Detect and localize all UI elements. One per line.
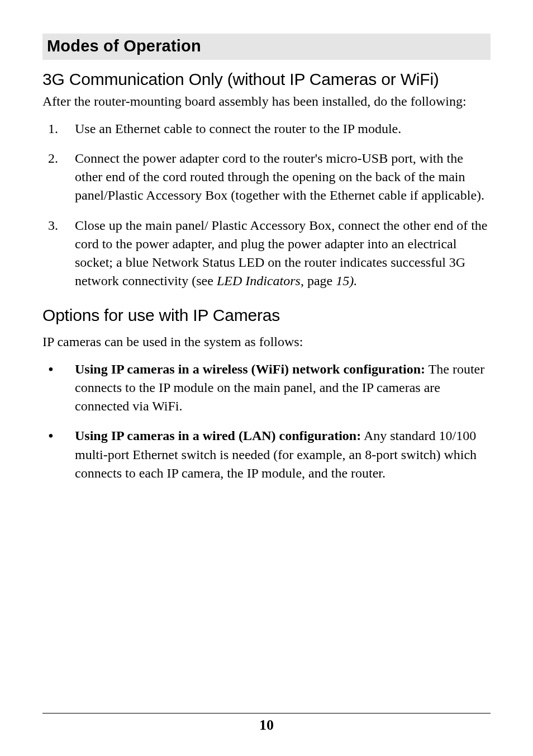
bullet-wifi-lead: Using IP cameras in a wireless (WiFi) ne…	[75, 362, 425, 376]
options-bullet-list: Using IP cameras in a wireless (WiFi) ne…	[42, 360, 491, 483]
step-3: Close up the main panel/ Plastic Accesso…	[42, 216, 491, 290]
bullet-lan-lead: Using IP cameras in a wired (LAN) config…	[75, 428, 361, 443]
step-2: Connect the power adapter cord to the ro…	[42, 149, 491, 205]
step-3-italic-2: 15).	[336, 273, 357, 288]
bullet-lan: Using IP cameras in a wired (LAN) config…	[42, 427, 491, 482]
section-heading-text: Modes of Operation	[47, 37, 201, 55]
subheading-3g: 3G Communication Only (without IP Camera…	[42, 70, 491, 89]
bullet-wifi: Using IP cameras in a wireless (WiFi) ne…	[42, 360, 491, 415]
numbered-steps-list: Use an Ethernet cable to connect the rou…	[42, 120, 491, 290]
subheading-options: Options for use with IP Cameras	[42, 306, 491, 325]
page-footer: 10	[42, 713, 491, 734]
page-number: 10	[259, 717, 274, 733]
step-3-italic-1: LED Indicators	[217, 273, 301, 288]
subheading-3g-text: 3G Communication Only (without IP Camera…	[42, 70, 439, 88]
step-1: Use an Ethernet cable to connect the rou…	[42, 120, 491, 138]
intro-paragraph-1: After the router-mounting board assembly…	[42, 92, 491, 111]
subheading-options-text: Options for use with IP Cameras	[42, 306, 280, 324]
intro-paragraph-2: IP cameras can be used in the system as …	[42, 333, 491, 351]
step-3-part-b: , page	[301, 273, 336, 288]
section-heading-bar: Modes of Operation	[42, 34, 491, 60]
footer-rule	[42, 713, 491, 714]
